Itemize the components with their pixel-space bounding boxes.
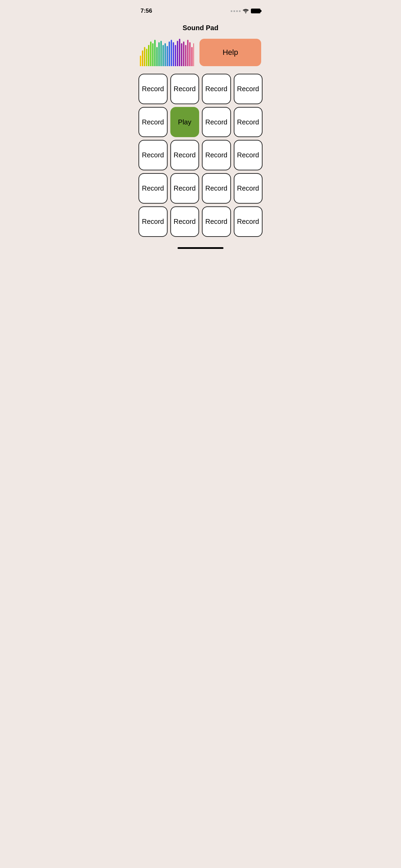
pads-row: RecordRecordRecordRecord — [138, 173, 263, 204]
record-pad-button[interactable]: Record — [138, 173, 168, 204]
home-indicator — [178, 247, 223, 249]
signal-dots-icon — [231, 10, 241, 12]
waveform-bar — [148, 45, 149, 66]
record-pad-button[interactable]: Record — [234, 140, 263, 170]
pads-row: RecordRecordRecordRecord — [138, 140, 263, 170]
waveform-bar — [175, 45, 176, 66]
waveform-display — [140, 39, 194, 66]
pads-container: RecordRecordRecordRecordRecordPlayRecord… — [134, 72, 267, 244]
play-pad-button[interactable]: Play — [170, 107, 199, 137]
pads-row: RecordRecordRecordRecord — [138, 206, 263, 237]
waveform-bar — [171, 40, 172, 66]
waveform-bar — [189, 42, 191, 66]
waveform-bar — [152, 43, 154, 66]
waveform-bar — [191, 47, 193, 66]
record-pad-button[interactable]: Record — [138, 206, 168, 237]
record-pad-button[interactable]: Record — [170, 173, 199, 204]
waveform-bar — [154, 40, 156, 66]
waveform-bar — [144, 47, 145, 66]
record-pad-button[interactable]: Record — [170, 74, 199, 104]
status-icons — [231, 9, 260, 13]
status-bar: 7:56 — [134, 0, 267, 17]
record-pad-button[interactable]: Record — [202, 74, 231, 104]
header-area: Help — [134, 35, 267, 70]
waveform-bar — [177, 41, 178, 66]
record-pad-button[interactable]: Record — [202, 107, 231, 137]
waveform-bar — [146, 49, 147, 66]
waveform-bar — [140, 56, 141, 66]
app-title: Sound Pad — [134, 21, 267, 35]
waveform-bar — [162, 45, 164, 66]
battery-icon — [251, 9, 260, 13]
waveform-bar — [158, 42, 160, 66]
waveform-bar — [165, 43, 166, 66]
waveform-bar — [167, 46, 168, 66]
record-pad-button[interactable]: Record — [138, 140, 168, 170]
status-time: 7:56 — [141, 8, 152, 14]
record-pad-button[interactable]: Record — [202, 206, 231, 237]
waveform-bar — [142, 50, 143, 66]
record-pad-button[interactable]: Record — [170, 206, 199, 237]
waveform-bar — [169, 41, 170, 66]
waveform-bar — [179, 39, 180, 66]
pads-row: RecordRecordRecordRecord — [138, 74, 263, 104]
record-pad-button[interactable]: Record — [202, 173, 231, 204]
record-pad-button[interactable]: Record — [234, 206, 263, 237]
waveform-bar — [181, 43, 182, 66]
waveform-bar — [150, 41, 151, 66]
waveform-bar — [183, 41, 184, 66]
waveform-bar — [187, 40, 189, 66]
record-pad-button[interactable]: Record — [138, 74, 168, 104]
record-pad-button[interactable]: Record — [234, 74, 263, 104]
record-pad-button[interactable]: Record — [138, 107, 168, 137]
record-pad-button[interactable]: Record — [170, 140, 199, 170]
pads-row: RecordPlayRecordRecord — [138, 107, 263, 137]
waveform-bar — [193, 43, 194, 66]
waveform-bar — [160, 41, 162, 66]
wifi-icon — [243, 9, 249, 13]
record-pad-button[interactable]: Record — [234, 173, 263, 204]
waveform-bar — [156, 47, 158, 66]
waveform-bar — [173, 42, 174, 66]
record-pad-button[interactable]: Record — [234, 107, 263, 137]
waveform-bar — [185, 45, 186, 66]
help-button[interactable]: Help — [199, 39, 261, 66]
record-pad-button[interactable]: Record — [202, 140, 231, 170]
